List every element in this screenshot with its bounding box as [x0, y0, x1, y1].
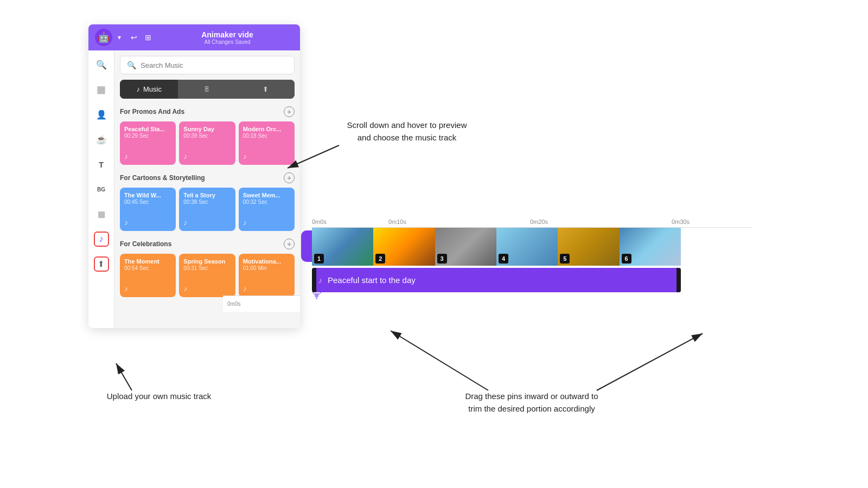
track-tell-a-story[interactable]: Tell a Story 00:38 Sec ♪	[179, 188, 235, 231]
music-note-icon: ♪	[124, 284, 171, 293]
video-frame-2[interactable]: 2	[373, 228, 435, 266]
frame-number: 2	[375, 254, 385, 264]
sidebar-icon-upload[interactable]: ⬆	[94, 256, 109, 272]
video-frame-6[interactable]: 6	[620, 228, 681, 266]
dropdown-arrow[interactable]: ▾	[118, 34, 121, 41]
add-cartoons-btn[interactable]: +	[284, 172, 295, 183]
tab-upload[interactable]: ⬆	[237, 80, 295, 99]
title-area: Animaker vide All Changes Saved	[161, 30, 293, 45]
add-promos-btn[interactable]: +	[284, 106, 295, 117]
track-grid-promos: Peaceful Sta... 00:29 Sec ♪ Sunny Day 00…	[120, 121, 295, 165]
ruler-mark-30: 0m30s	[610, 219, 751, 225]
upload-tab-icon: ⬆	[263, 85, 269, 93]
tab-row: ♪ Music 🎚 ⬆	[120, 80, 295, 99]
annotation-upload: Upload your own music track	[88, 390, 229, 403]
section-title-cartoons: For Cartoons & Storytelling	[120, 174, 205, 182]
frame-number: 6	[622, 254, 631, 264]
ruler-mark-10: 0m10s	[327, 219, 468, 225]
timeline-area: 0m0s 0m10s 0m20s 0m30s 1 2 3 4	[312, 211, 751, 292]
timeline-ruler: 0m0s 0m10s 0m20s 0m30s	[312, 211, 751, 228]
track-name: The Wild W...	[124, 192, 171, 199]
section-header-promos: For Promos And Ads +	[120, 106, 295, 117]
add-celebrations-btn[interactable]: +	[284, 239, 295, 249]
music-track-name: Peaceful start to the day	[328, 275, 416, 285]
music-note-icon: ♪	[124, 218, 171, 227]
svg-line-2	[116, 363, 132, 390]
track-name: Modern Orc...	[243, 126, 290, 133]
video-frame-1[interactable]: 1	[312, 228, 373, 266]
track-name: The Moment	[124, 258, 171, 265]
music-note-icon: ♪	[124, 152, 171, 160]
track-grid-cartoons: The Wild W... 00:45 Sec ♪ Tell a Story 0…	[120, 188, 295, 231]
track-duration: 01:00 Min	[243, 265, 290, 271]
track-name: Peaceful Sta...	[124, 126, 171, 133]
tab-music[interactable]: ♪ Music	[120, 80, 178, 99]
app-subtitle: All Changes Saved	[161, 39, 293, 45]
top-bar: 🤖 ▾ ↩ ⊞ Animaker vide All Changes Saved	[88, 24, 300, 50]
search-input[interactable]	[141, 61, 288, 69]
frame-number: 1	[314, 254, 324, 264]
section-title-promos: For Promos And Ads	[120, 108, 184, 115]
annotation-drag-pins: Drag these pins inward or outward totrim…	[434, 390, 629, 415]
sidebar-icon-bg[interactable]: BG	[94, 182, 109, 197]
ruler-mark-20: 0m20s	[468, 219, 610, 225]
sfx-icon: 🎚	[203, 85, 210, 93]
track-duration: 00:31 Sec	[183, 265, 231, 271]
track-name: Tell a Story	[183, 192, 231, 199]
track-duration: 00:18 Sec	[243, 133, 290, 139]
video-frame-5[interactable]: 5	[558, 228, 619, 266]
logo-icon: 🤖	[98, 31, 110, 43]
track-duration: 00:32 Sec	[243, 199, 290, 205]
redo-icon[interactable]: ⊞	[145, 33, 151, 42]
track-sunny-day[interactable]: Sunny Day 00:39 Sec ♪	[179, 121, 235, 165]
sidebar-icon-media[interactable]: ▦	[94, 82, 109, 97]
track-duration: 00:39 Sec	[183, 133, 231, 139]
search-icon: 🔍	[127, 61, 136, 69]
tab-music-label: Music	[143, 85, 162, 93]
frame-number: 4	[499, 254, 508, 264]
trim-pin-right[interactable]	[676, 268, 681, 292]
track-spring-season[interactable]: Spring Season 00:31 Sec ♪	[179, 254, 235, 297]
track-motivational[interactable]: Motivationa... 01:00 Min ♪	[239, 254, 295, 297]
sidebar-icon-people[interactable]: 👤	[94, 107, 109, 122]
timeline-marks: 0m0s 0m10s 0m20s	[223, 301, 300, 307]
track-duration: 00:29 Sec	[124, 133, 171, 139]
svg-line-4	[597, 333, 703, 390]
section-header-cartoons: For Cartoons & Storytelling +	[120, 172, 295, 183]
video-frame-4[interactable]: 4	[496, 228, 558, 266]
track-peaceful-sta[interactable]: Peaceful Sta... 00:29 Sec ♪	[120, 121, 176, 165]
search-bar[interactable]: 🔍	[120, 56, 295, 74]
music-track-icon: ♪	[318, 276, 322, 285]
track-modern-orc[interactable]: Modern Orc... 00:18 Sec ♪	[239, 121, 295, 165]
video-frame-3[interactable]: 3	[435, 228, 496, 266]
sidebar-icon-search[interactable]: 🔍	[94, 57, 109, 72]
tab-sfx[interactable]: 🎚	[178, 80, 236, 99]
music-list: For Promos And Ads + Peaceful Sta... 00:…	[114, 104, 300, 328]
music-note-icon: ♪	[243, 284, 290, 293]
section-title-celebrations: For Celebrations	[120, 240, 171, 248]
track-the-moment[interactable]: The Moment 00:54 Sec ♪	[120, 254, 176, 297]
app-title: Animaker vide	[161, 30, 293, 39]
track-name: Sweet Mem...	[243, 192, 290, 199]
track-name: Motivationa...	[243, 258, 290, 265]
track-grid-celebrations: The Moment 00:54 Sec ♪ Spring Season 00:…	[120, 254, 295, 297]
undo-icon[interactable]: ↩	[131, 33, 137, 42]
frame-number: 5	[560, 254, 570, 264]
track-duration: 00:54 Sec	[124, 265, 171, 271]
sidebar: 🔍 ▦ 👤 ☕ T BG ▦ ♪ ⬆	[88, 50, 114, 328]
sidebar-icon-props[interactable]: ☕	[94, 132, 109, 147]
track-wild[interactable]: The Wild W... 00:45 Sec ♪	[120, 188, 176, 231]
music-note-icon: ♪	[136, 85, 140, 93]
svg-line-3	[391, 331, 488, 390]
track-sweet-mem[interactable]: Sweet Mem... 00:32 Sec ♪	[239, 188, 295, 231]
frame-number: 3	[437, 254, 447, 264]
logo: 🤖	[95, 29, 112, 46]
sidebar-icon-text[interactable]: T	[94, 157, 109, 172]
music-track-bar[interactable]: ♪ Peaceful start to the day	[312, 268, 681, 292]
sidebar-icon-chart[interactable]: ▦	[94, 207, 109, 222]
music-note-icon: ♪	[243, 218, 290, 227]
music-note-icon: ♪	[243, 152, 290, 160]
ruler-mark-0: 0m0s	[312, 219, 327, 225]
trim-pin-left[interactable]	[312, 268, 316, 292]
sidebar-icon-music[interactable]: ♪	[94, 232, 109, 247]
